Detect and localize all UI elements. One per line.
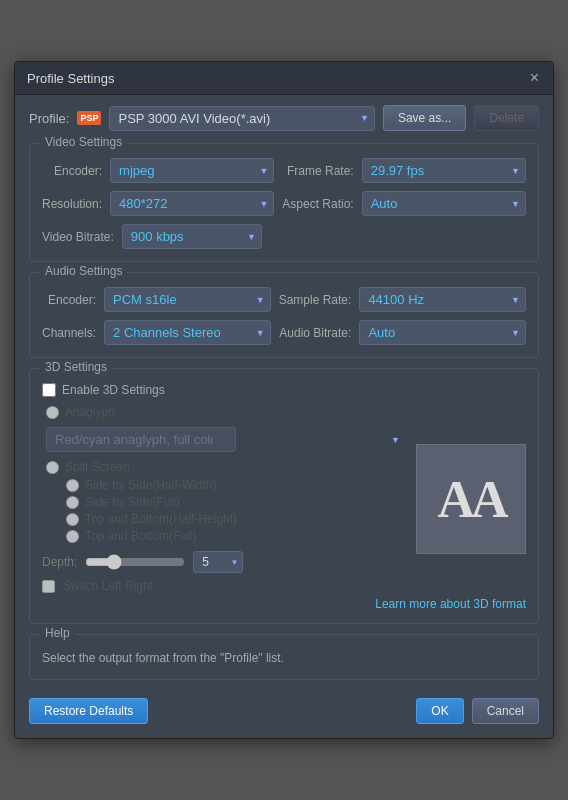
- enable-3d-label[interactable]: Enable 3D Settings: [42, 383, 526, 397]
- encoder-select-wrapper[interactable]: mjpeg: [110, 158, 274, 183]
- aspect-ratio-select[interactable]: Auto: [362, 191, 526, 216]
- dialog-title: Profile Settings: [27, 71, 114, 86]
- frame-rate-select[interactable]: 29.97 fps: [362, 158, 526, 183]
- anaglyph-text: Anaglyph: [65, 405, 115, 419]
- video-bitrate-select-wrapper[interactable]: 900 kbps: [122, 224, 262, 249]
- learn-more-row: Learn more about 3D format: [42, 597, 526, 611]
- top-half-text: Top and Bottom(Half-Height): [85, 512, 237, 526]
- audio-settings-section: Audio Settings Encoder: PCM s16le Sample…: [29, 272, 539, 358]
- profile-label: Profile:: [29, 111, 69, 126]
- side-half-radio[interactable]: [66, 479, 79, 492]
- help-title: Help: [40, 626, 75, 640]
- preview-box: AA: [416, 444, 526, 554]
- resolution-select-wrapper[interactable]: 480*272: [110, 191, 274, 216]
- video-bitrate-row: Video Bitrate: 900 kbps: [42, 224, 526, 249]
- frame-rate-select-wrapper[interactable]: 29.97 fps: [362, 158, 526, 183]
- preview-text: AA: [437, 470, 504, 529]
- enable-3d-text: Enable 3D Settings: [62, 383, 165, 397]
- depth-input[interactable]: [193, 551, 243, 573]
- audio-encoder-select[interactable]: PCM s16le: [104, 287, 271, 312]
- side-half-radio-label[interactable]: Side by Side(Half-Width): [66, 478, 406, 492]
- ok-button[interactable]: OK: [416, 698, 463, 724]
- top-half-radio[interactable]: [66, 513, 79, 526]
- side-full-radio[interactable]: [66, 496, 79, 509]
- footer-right: OK Cancel: [416, 698, 539, 724]
- anaglyph-row: Red/cyan anaglyph, full color: [46, 427, 406, 452]
- resolution-label: Resolution:: [42, 197, 102, 211]
- video-settings-content: Encoder: mjpeg Frame Rate: 29.97 fps Res…: [42, 158, 526, 249]
- delete-button[interactable]: Delete: [474, 105, 539, 131]
- split-screen-radio[interactable]: [46, 461, 59, 474]
- three-d-settings-section: 3D Settings Enable 3D Settings Anaglyph: [29, 368, 539, 624]
- split-screen-radio-label[interactable]: Split Screen: [46, 460, 406, 474]
- encoder-label: Encoder:: [42, 164, 102, 178]
- learn-more-link[interactable]: Learn more about 3D format: [42, 597, 526, 611]
- depth-label: Depth:: [42, 555, 77, 569]
- anaglyph-radio[interactable]: [46, 406, 59, 419]
- three-d-settings-content: Enable 3D Settings Anaglyph: [42, 383, 526, 611]
- channels-label: Channels:: [42, 326, 96, 340]
- side-half-text: Side by Side(Half-Width): [85, 478, 216, 492]
- encoder-select[interactable]: mjpeg: [110, 158, 274, 183]
- profile-select-wrapper[interactable]: PSP 3000 AVI Video(*.avi): [109, 106, 374, 131]
- dialog-body: Profile: PSP PSP 3000 AVI Video(*.avi) S…: [15, 95, 553, 738]
- save-as-button[interactable]: Save as...: [383, 105, 466, 131]
- profile-select[interactable]: PSP 3000 AVI Video(*.avi): [109, 106, 374, 131]
- close-button[interactable]: ×: [528, 70, 541, 86]
- top-full-radio[interactable]: [66, 530, 79, 543]
- audio-settings-title: Audio Settings: [40, 264, 127, 278]
- depth-row: Depth:: [42, 551, 406, 573]
- video-bitrate-select[interactable]: 900 kbps: [122, 224, 262, 249]
- three-d-right: AA: [416, 405, 526, 593]
- anaglyph-select-wrapper[interactable]: Red/cyan anaglyph, full color: [46, 427, 406, 452]
- side-full-radio-label[interactable]: Side by Side(Full): [66, 495, 406, 509]
- top-full-radio-label[interactable]: Top and Bottom(Full): [66, 529, 406, 543]
- top-full-text: Top and Bottom(Full): [85, 529, 196, 543]
- enable-3d-checkbox[interactable]: [42, 383, 56, 397]
- footer-row: Restore Defaults OK Cancel: [29, 690, 539, 728]
- channels-select[interactable]: 2 Channels Stereo: [104, 320, 271, 345]
- video-settings-section: Video Settings Encoder: mjpeg Frame Rate…: [29, 143, 539, 262]
- video-settings-grid: Encoder: mjpeg Frame Rate: 29.97 fps Res…: [42, 158, 526, 216]
- switch-left-right-checkbox[interactable]: [42, 580, 55, 593]
- audio-settings-grid: Encoder: PCM s16le Sample Rate: 44100 Hz…: [42, 287, 526, 345]
- video-bitrate-label: Video Bitrate:: [42, 230, 114, 244]
- switch-left-right-label: Switch Left Right: [63, 579, 153, 593]
- anaglyph-radio-label[interactable]: Anaglyph: [46, 405, 406, 419]
- radio-group: Anaglyph Red/cyan anaglyph, full color: [42, 405, 406, 543]
- sub-radio-group: Side by Side(Half-Width) Side by Side(Fu…: [46, 478, 406, 543]
- sample-rate-select[interactable]: 44100 Hz: [359, 287, 526, 312]
- channels-select-wrapper[interactable]: 2 Channels Stereo: [104, 320, 271, 345]
- audio-bitrate-select[interactable]: Auto: [359, 320, 526, 345]
- restore-defaults-button[interactable]: Restore Defaults: [29, 698, 148, 724]
- profile-settings-dialog: Profile Settings × Profile: PSP PSP 3000…: [14, 61, 554, 739]
- top-half-radio-label[interactable]: Top and Bottom(Half-Height): [66, 512, 406, 526]
- frame-rate-label: Frame Rate:: [282, 164, 353, 178]
- audio-encoder-label: Encoder:: [42, 293, 96, 307]
- aspect-ratio-label: Aspect Ratio:: [282, 197, 353, 211]
- profile-row: Profile: PSP PSP 3000 AVI Video(*.avi) S…: [29, 105, 539, 131]
- three-d-layout: Anaglyph Red/cyan anaglyph, full color: [42, 405, 526, 593]
- three-d-left: Anaglyph Red/cyan anaglyph, full color: [42, 405, 406, 593]
- title-bar: Profile Settings ×: [15, 62, 553, 95]
- sample-rate-label: Sample Rate:: [279, 293, 352, 307]
- audio-settings-content: Encoder: PCM s16le Sample Rate: 44100 Hz…: [42, 287, 526, 345]
- help-section: Help Select the output format from the "…: [29, 634, 539, 680]
- audio-bitrate-label: Audio Bitrate:: [279, 326, 352, 340]
- cancel-button[interactable]: Cancel: [472, 698, 539, 724]
- split-screen-text: Split Screen: [65, 460, 130, 474]
- depth-slider[interactable]: [85, 554, 185, 570]
- video-settings-title: Video Settings: [40, 135, 127, 149]
- switch-row: Switch Left Right: [42, 579, 406, 593]
- audio-encoder-select-wrapper[interactable]: PCM s16le: [104, 287, 271, 312]
- three-d-settings-title: 3D Settings: [40, 360, 112, 374]
- side-full-text: Side by Side(Full): [85, 495, 180, 509]
- sample-rate-select-wrapper[interactable]: 44100 Hz: [359, 287, 526, 312]
- profile-icon: PSP: [77, 111, 101, 125]
- depth-value-box: [193, 551, 243, 573]
- resolution-select[interactable]: 480*272: [110, 191, 274, 216]
- aspect-ratio-select-wrapper[interactable]: Auto: [362, 191, 526, 216]
- audio-bitrate-select-wrapper[interactable]: Auto: [359, 320, 526, 345]
- anaglyph-select[interactable]: Red/cyan anaglyph, full color: [46, 427, 236, 452]
- help-text: Select the output format from the "Profi…: [42, 649, 526, 667]
